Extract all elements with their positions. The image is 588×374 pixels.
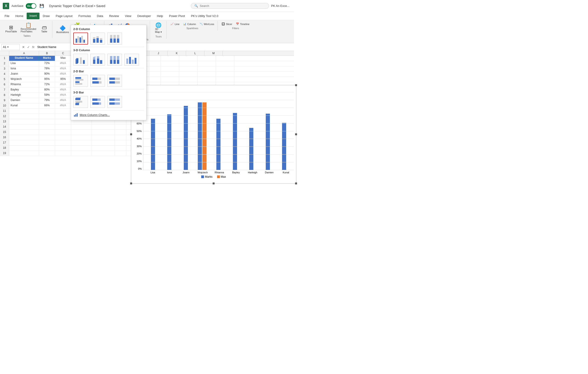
3d-map-button[interactable]: 🌐 3DMap ▾	[153, 22, 164, 34]
cell[interactable]	[71, 140, 92, 145]
menu-data[interactable]: Data	[94, 13, 106, 19]
more-column-charts-button[interactable]: More Column Charts...	[73, 112, 144, 118]
confirm-formula-button[interactable]: ✓	[26, 45, 31, 49]
clustered-bar-option[interactable]	[73, 75, 88, 87]
cell[interactable]	[92, 135, 115, 140]
cell[interactable]	[149, 77, 161, 82]
cell[interactable]: #N/A	[55, 93, 71, 98]
search-box[interactable]: 🔍	[191, 3, 269, 9]
cell[interactable]: #N/A	[55, 66, 71, 71]
menu-power-pivot[interactable]: Power Pivot	[166, 13, 188, 19]
cell[interactable]	[115, 135, 126, 140]
cell[interactable]	[216, 72, 234, 77]
cell[interactable]: 66%	[39, 103, 55, 108]
cell[interactable]	[179, 66, 198, 71]
cell[interactable]	[149, 66, 161, 71]
menu-file[interactable]: File	[2, 13, 12, 19]
cell[interactable]: Marks	[39, 56, 55, 61]
cell[interactable]	[198, 61, 216, 66]
cell[interactable]: Wojciech	[9, 77, 39, 82]
cell[interactable]	[39, 130, 55, 135]
cell[interactable]	[55, 125, 71, 129]
menu-developer[interactable]: Developer	[135, 13, 154, 19]
cell[interactable]: Joann	[9, 72, 39, 77]
col-header-B[interactable]: B	[39, 51, 55, 56]
cell[interactable]	[71, 151, 92, 156]
cell[interactable]	[9, 145, 39, 151]
cell[interactable]	[179, 61, 198, 66]
line-sparkline-button[interactable]: 📈 Line	[169, 22, 180, 26]
cell[interactable]: 72%	[39, 82, 55, 87]
cell[interactable]	[216, 61, 234, 66]
cell[interactable]	[9, 109, 39, 114]
cell[interactable]	[39, 119, 55, 124]
cell[interactable]	[92, 151, 115, 156]
menu-page-layout[interactable]: Page Layout	[53, 13, 75, 19]
cell[interactable]	[71, 145, 92, 151]
stacked-column-option[interactable]	[90, 33, 105, 44]
cell[interactable]	[9, 151, 39, 156]
cell[interactable]: 95%	[55, 77, 71, 82]
pivot-table-button[interactable]: ⊞ PivotTable	[4, 24, 18, 33]
cell[interactable]: Student Name	[9, 56, 39, 61]
3d-col-option[interactable]	[124, 54, 139, 66]
cell[interactable]	[92, 145, 115, 151]
cell[interactable]	[71, 130, 92, 135]
timeline-button[interactable]: 📅 Timeline	[235, 22, 251, 26]
table-button[interactable]: 🗃 Table	[39, 24, 50, 33]
cell[interactable]	[161, 66, 179, 71]
cell[interactable]: 90%	[39, 72, 55, 77]
cell[interactable]	[161, 77, 179, 82]
3d-stacked-column-option[interactable]	[90, 54, 105, 66]
menu-home[interactable]: Home	[13, 13, 26, 19]
col-header-M[interactable]: M	[204, 51, 223, 56]
cell[interactable]	[39, 145, 55, 151]
cell[interactable]	[198, 66, 216, 71]
cancel-formula-button[interactable]: ✕	[21, 45, 26, 49]
illustrations-button[interactable]: 🔷 Illustrations	[55, 25, 70, 34]
cell[interactable]: 78%	[39, 66, 55, 71]
cell[interactable]	[179, 56, 198, 61]
menu-review[interactable]: Review	[106, 13, 122, 19]
cell[interactable]	[161, 56, 179, 61]
cell[interactable]	[9, 125, 39, 129]
col-header-C[interactable]: C	[55, 51, 71, 56]
cell[interactable]	[55, 135, 71, 140]
cell[interactable]	[9, 130, 39, 135]
cell[interactable]	[9, 140, 39, 145]
menu-view[interactable]: View	[122, 13, 134, 19]
cell[interactable]	[115, 145, 126, 151]
menu-draw[interactable]: Draw	[40, 13, 52, 19]
cell[interactable]: Iona	[9, 66, 39, 71]
cell[interactable]: 72%	[39, 61, 55, 66]
cell[interactable]	[115, 130, 126, 135]
column-sparkline-button[interactable]: 📊 Column	[182, 22, 197, 26]
cell[interactable]	[55, 109, 71, 114]
search-input[interactable]	[200, 4, 265, 8]
cell[interactable]: 80%	[39, 87, 55, 93]
cell[interactable]	[92, 140, 115, 145]
cell[interactable]	[115, 140, 126, 145]
cell[interactable]: 59%	[39, 93, 55, 98]
cell[interactable]: Bayley	[9, 87, 39, 93]
cell[interactable]	[161, 72, 179, 77]
cell[interactable]	[198, 56, 216, 61]
cell-ref-dropdown-icon[interactable]: ▾	[7, 46, 9, 48]
cell[interactable]	[55, 119, 71, 124]
cell[interactable]	[149, 72, 161, 77]
cell[interactable]	[216, 77, 234, 82]
menu-insert[interactable]: Insert	[27, 13, 40, 19]
cell[interactable]	[55, 145, 71, 151]
cell[interactable]	[55, 140, 71, 145]
cell[interactable]	[55, 114, 71, 119]
save-button[interactable]: 💾	[39, 3, 45, 9]
col-header-K[interactable]: K	[168, 51, 186, 56]
cell[interactable]	[39, 125, 55, 129]
cell[interactable]: Damien	[9, 98, 39, 103]
cell[interactable]: 95%	[39, 77, 55, 82]
cell[interactable]	[115, 151, 126, 156]
cell[interactable]	[9, 135, 39, 140]
cell[interactable]	[216, 56, 234, 61]
stacked-bar-option[interactable]	[90, 75, 105, 87]
cell[interactable]: #N/A	[55, 87, 71, 93]
